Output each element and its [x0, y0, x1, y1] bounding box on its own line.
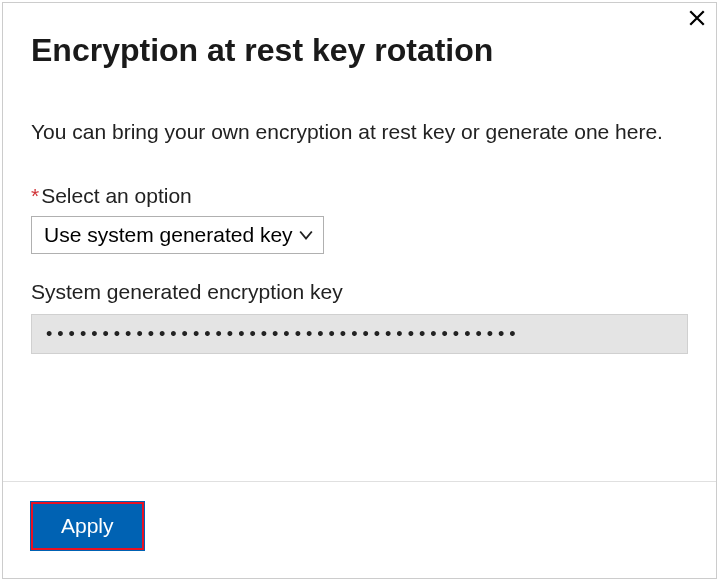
key-masked-field: ••••••••••••••••••••••••••••••••••••••••… — [31, 314, 688, 354]
dialog-title: Encryption at rest key rotation — [31, 31, 688, 69]
option-field-group: *Select an option Use system generated k… — [31, 184, 688, 254]
close-button[interactable] — [688, 9, 706, 31]
chevron-down-icon — [299, 223, 313, 247]
close-icon — [688, 13, 706, 30]
option-select[interactable]: Use system generated key — [31, 216, 324, 254]
required-marker: * — [31, 184, 39, 207]
option-label-text: Select an option — [41, 184, 192, 207]
key-field-group: System generated encryption key ••••••••… — [31, 280, 688, 354]
dialog-footer: Apply — [3, 481, 716, 578]
dialog-content: Encryption at rest key rotation You can … — [3, 3, 716, 481]
key-label: System generated encryption key — [31, 280, 688, 304]
option-select-value: Use system generated key — [44, 223, 293, 247]
apply-button[interactable]: Apply — [31, 502, 144, 550]
dialog-description: You can bring your own encryption at res… — [31, 117, 688, 147]
option-label: *Select an option — [31, 184, 688, 208]
key-rotation-dialog: Encryption at rest key rotation You can … — [2, 2, 717, 579]
